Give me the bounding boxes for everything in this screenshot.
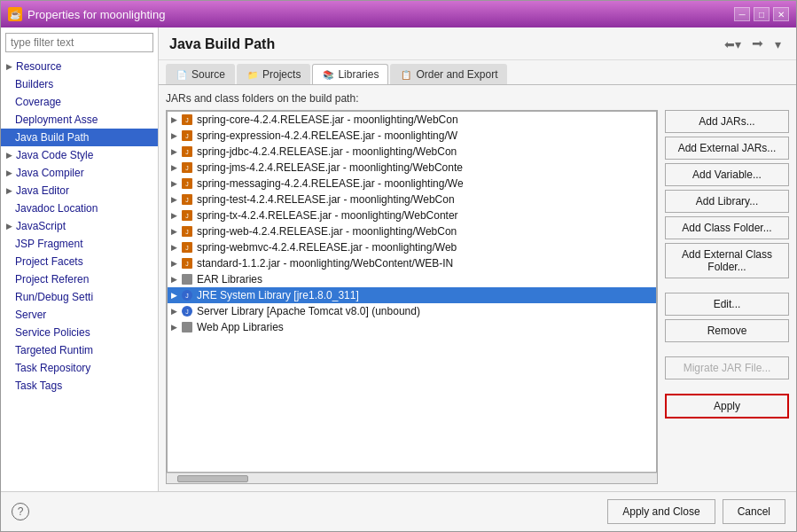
jar-item-jre-system[interactable]: ▶JJRE System Library [jre1.8.0_311]	[168, 287, 656, 303]
jar-item-spring-jdbc[interactable]: ▶Jspring-jdbc-4.2.4.RELEASE.jar - moonli…	[168, 144, 656, 160]
sidebar-item-targeted-runtimes[interactable]: Targeted Runtim	[1, 341, 158, 359]
jar-arrow-icon: ▶	[171, 243, 177, 252]
maximize-button[interactable]: □	[754, 7, 770, 21]
sidebar-item-builders[interactable]: Builders	[1, 75, 158, 93]
jar-item-spring-expression[interactable]: ▶Jspring-expression-4.2.4.RELEASE.jar - …	[168, 128, 656, 144]
add-external-jars-button[interactable]: Add External JARs...	[665, 137, 789, 160]
jar-item-spring-webmvc[interactable]: ▶Jspring-webmvc-4.2.4.RELEASE.jar - moon…	[168, 239, 656, 255]
dialog-title: Properties for moonlighting	[27, 8, 165, 21]
jar-type-icon: J	[181, 145, 193, 158]
source-tab-icon: 📄	[176, 68, 188, 81]
remove-button[interactable]: Remove	[665, 319, 789, 342]
libraries-tab-icon: 📚	[322, 68, 334, 81]
title-controls[interactable]: ─ □ ✕	[734, 7, 789, 21]
add-class-folder-button[interactable]: Add Class Folder...	[665, 216, 789, 239]
add-library-button[interactable]: Add Library...	[665, 190, 789, 213]
jar-type-icon: J	[181, 257, 193, 270]
sidebar-item-javadoc-location[interactable]: Javadoc Location	[1, 200, 158, 217]
tab-order-export[interactable]: 📋Order and Export	[390, 64, 507, 84]
horizontal-scrollbar[interactable]	[167, 473, 657, 483]
sidebar-item-project-references[interactable]: Project Referen	[1, 270, 158, 288]
sidebar-item-java-editor[interactable]: ▶Java Editor	[1, 182, 158, 200]
jar-item-spring-messaging[interactable]: ▶Jspring-messaging-4.2.4.RELEASE.jar - m…	[168, 176, 656, 192]
sidebar-item-project-facets[interactable]: Project Facets	[1, 253, 158, 270]
jar-item-standard[interactable]: ▶Jstandard-1.1.2.jar - moonlighting/WebC…	[168, 255, 656, 271]
sidebar-item-javascript[interactable]: ▶JavaScript	[1, 217, 158, 235]
minimize-button[interactable]: ─	[734, 7, 750, 21]
content-area: JARs and class folders on the build path…	[159, 85, 796, 491]
close-button[interactable]: ✕	[773, 7, 789, 21]
edit-button[interactable]: Edit...	[665, 293, 789, 316]
jar-item-ear-libraries[interactable]: ▶EAR Libraries	[168, 271, 656, 287]
sidebar-item-label: Java Editor	[16, 184, 69, 197]
sidebar-item-task-repository[interactable]: Task Repository	[1, 359, 158, 377]
sidebar-item-run-debug-settings[interactable]: Run/Debug Setti	[1, 288, 158, 306]
right-panel: Java Build Path ⬅▾ ⮕ ▾ 📄Source📁Projects📚…	[159, 27, 796, 491]
jar-arrow-icon: ▶	[171, 291, 177, 300]
jar-type-icon: J	[181, 209, 193, 222]
sidebar-item-label: Javadoc Location	[15, 202, 98, 215]
sidebar-item-java-compiler[interactable]: ▶Java Compiler	[1, 164, 158, 182]
jar-type-icon: J	[181, 289, 193, 301]
sidebar-item-server[interactable]: Server	[1, 306, 158, 324]
add-external-class-folder-button[interactable]: Add External Class Folder...	[665, 243, 789, 278]
jar-arrow-icon: ▶	[171, 179, 177, 188]
sidebar-item-label: Deployment Asse	[15, 113, 98, 126]
jar-type-icon: J	[181, 129, 193, 142]
tabs-bar: 📄Source📁Projects📚Libraries📋Order and Exp…	[159, 60, 796, 85]
nav-back-button[interactable]: ⬅▾	[720, 35, 746, 54]
nav-forward-button[interactable]: ⮕	[747, 35, 769, 54]
sidebar-item-service-policies[interactable]: Service Policies	[1, 324, 158, 341]
jar-arrow-icon: ▶	[171, 307, 177, 316]
title-bar-left: ☕ Properties for moonlighting	[8, 7, 165, 21]
order-export-tab-icon: 📋	[400, 68, 412, 81]
jar-list[interactable]: ▶Jspring-core-4.2.4.RELEASE.jar - moonli…	[167, 111, 657, 473]
sidebar-item-java-build-path[interactable]: Java Build Path	[1, 129, 158, 146]
apply-button[interactable]: Apply	[665, 394, 789, 419]
nav-arrow-icon: ▶	[6, 168, 12, 177]
cancel-button[interactable]: Cancel	[723, 499, 785, 524]
jar-item-spring-web[interactable]: ▶Jspring-web-4.2.4.RELEASE.jar - moonlig…	[168, 223, 656, 239]
nav-arrow-icon: ▶	[6, 186, 12, 195]
sidebar-item-resource[interactable]: ▶Resource	[1, 58, 158, 75]
sidebar-item-jsp-fragment[interactable]: JSP Fragment	[1, 235, 158, 253]
nav-menu-button[interactable]: ▾	[770, 35, 785, 54]
sidebar-item-label: Targeted Runtim	[15, 344, 93, 356]
jar-item-spring-core[interactable]: ▶Jspring-core-4.2.4.RELEASE.jar - moonli…	[168, 112, 656, 128]
jar-item-label: spring-webmvc-4.2.4.RELEASE.jar - moonli…	[197, 241, 457, 254]
tab-label-source: Source	[191, 68, 225, 81]
projects-tab-icon: 📁	[246, 68, 259, 81]
jar-arrow-icon: ▶	[171, 211, 177, 220]
jar-type-icon: J	[181, 177, 193, 190]
sidebar-item-java-code-style[interactable]: ▶Java Code Style	[1, 146, 158, 164]
migrate-jar-button[interactable]: Migrate JAR File...	[665, 356, 789, 379]
filter-input[interactable]	[5, 33, 153, 52]
jar-arrow-icon: ▶	[171, 147, 177, 156]
jar-item-server-library[interactable]: ▶JServer Library [Apache Tomcat v8.0] (u…	[168, 303, 656, 319]
jar-arrow-icon: ▶	[171, 259, 177, 268]
add-jars-button[interactable]: Add JARs...	[665, 110, 789, 133]
tab-projects[interactable]: 📁Projects	[237, 64, 310, 84]
left-panel: ▶ResourceBuildersCoverageDeployment Asse…	[1, 27, 159, 491]
sidebar-item-coverage[interactable]: Coverage	[1, 93, 158, 111]
jar-item-label: spring-jdbc-4.2.4.RELEASE.jar - moonligh…	[197, 145, 457, 158]
sidebar-item-deployment-assembly[interactable]: Deployment Asse	[1, 111, 158, 129]
jar-item-label: Web App Libraries	[197, 321, 284, 333]
jar-arrow-icon: ▶	[171, 275, 177, 284]
jar-item-web-app-libraries[interactable]: ▶Web App Libraries	[168, 319, 656, 335]
add-variable-button[interactable]: Add Variable...	[665, 163, 789, 186]
jar-item-spring-test[interactable]: ▶Jspring-test-4.2.4.RELEASE.jar - moonli…	[168, 192, 656, 207]
tab-source[interactable]: 📄Source	[166, 64, 235, 84]
jar-arrow-icon: ▶	[171, 195, 177, 204]
jar-type-icon	[181, 321, 193, 333]
sidebar-item-task-tags[interactable]: Task Tags	[1, 377, 158, 395]
jar-item-spring-tx[interactable]: ▶Jspring-tx-4.2.4.RELEASE.jar - moonligh…	[168, 207, 656, 223]
scrollbar-thumb[interactable]	[177, 475, 248, 482]
tab-label-order-export: Order and Export	[416, 68, 497, 81]
help-button[interactable]: ?	[12, 503, 29, 520]
apply-close-button[interactable]: Apply and Close	[607, 499, 715, 524]
tab-libraries[interactable]: 📚Libraries	[312, 64, 388, 84]
jar-item-label: spring-web-4.2.4.RELEASE.jar - moonlight…	[197, 225, 457, 238]
jar-item-spring-jms[interactable]: ▶Jspring-jms-4.2.4.RELEASE.jar - moonlig…	[168, 160, 656, 176]
jar-item-label: spring-tx-4.2.4.RELEASE.jar - moonlighti…	[197, 209, 458, 222]
